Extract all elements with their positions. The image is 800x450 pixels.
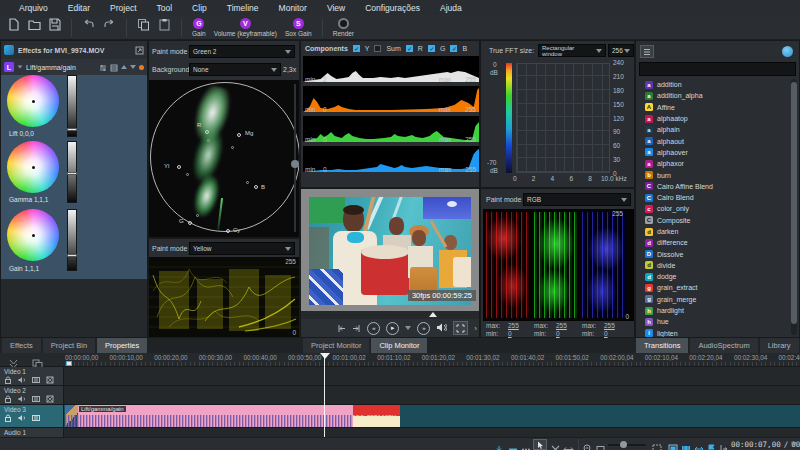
lift-color-wheel[interactable] xyxy=(7,75,59,127)
transition-list-item[interactable]: l lighten xyxy=(636,328,791,337)
snap-toggle-icon[interactable] xyxy=(719,440,728,450)
insert-mode-icon[interactable] xyxy=(508,440,518,450)
sox-gain-effect-button[interactable]: S Sox Gain xyxy=(281,17,316,38)
favorites-filter-icon[interactable] xyxy=(782,46,793,57)
forward-button[interactable]: » xyxy=(417,322,430,335)
razor-tool-button[interactable] xyxy=(551,440,560,450)
effects-enabled-icon[interactable] xyxy=(46,376,54,384)
save-icon[interactable] xyxy=(45,17,65,32)
transitions-scrollbar[interactable] xyxy=(791,79,797,335)
menu-item[interactable]: Ajuda xyxy=(431,3,471,13)
parade-paint-mode-select[interactable]: RGB xyxy=(523,193,631,206)
paste-icon[interactable] xyxy=(154,17,175,32)
audio-thumbnails-toggle-icon[interactable] xyxy=(694,440,704,450)
tab-clip-monitor[interactable]: Clip Monitor xyxy=(371,338,427,353)
playhead-handle[interactable] xyxy=(320,353,330,359)
zone-frame-button[interactable] xyxy=(453,321,468,335)
effect-menu-icon[interactable] xyxy=(110,58,118,76)
transition-list-item[interactable]: g grain_extract xyxy=(636,282,791,293)
menu-item[interactable]: Clip xyxy=(183,3,216,13)
monitor-playhead-marker[interactable] xyxy=(429,312,437,317)
transition-list-item[interactable]: a addition_alpha xyxy=(636,90,791,101)
timeline-ruler[interactable]: 00:00:00,0000:00:10,0000:00:20,0000:00:3… xyxy=(0,353,800,367)
zone-marker[interactable] xyxy=(66,361,72,366)
effects-enabled-icon[interactable] xyxy=(46,395,54,403)
video-thumbnails-icon[interactable] xyxy=(32,395,40,403)
track-video1[interactable]: Video 1 xyxy=(0,367,800,386)
menu-item[interactable]: Tool xyxy=(148,3,182,13)
transition-list-item[interactable]: C Cairo Blend xyxy=(636,192,791,203)
transition-list-item[interactable]: a alphaatop xyxy=(636,113,791,124)
open-icon[interactable] xyxy=(24,17,45,32)
gain-color-wheel[interactable] xyxy=(7,209,59,261)
playback-menu-chevron[interactable] xyxy=(405,326,411,330)
vectorscope-zoom-slider[interactable] xyxy=(294,84,296,232)
video-thumbnails-icon[interactable] xyxy=(32,414,40,422)
track-video3[interactable]: Video 3 Lift/gamma/gain MVI_9974.MOV xyxy=(0,405,800,428)
transition-list-item[interactable]: d difference xyxy=(636,237,791,248)
timeline-zoom-slider[interactable] xyxy=(608,444,646,447)
mute-button[interactable] xyxy=(436,319,447,337)
transition-list-item[interactable]: a alphaover xyxy=(636,147,791,158)
transition-list-item[interactable]: c color_only xyxy=(636,203,791,214)
histogram-y-checkbox[interactable] xyxy=(353,45,360,52)
vectorscope-background-select[interactable]: None xyxy=(189,63,281,76)
mute-track-icon[interactable] xyxy=(18,414,26,422)
menu-item[interactable]: Arquivo xyxy=(10,3,57,13)
tab-audiospectrum[interactable]: AudioSpectrum xyxy=(690,338,757,353)
transition-list-item[interactable]: A Affine xyxy=(636,102,791,113)
zoom-full-icon[interactable] xyxy=(652,440,662,450)
track-audio1[interactable]: Audio 1 xyxy=(0,428,800,437)
mute-track-icon[interactable] xyxy=(18,376,26,384)
tab-effects[interactable]: Effects xyxy=(2,338,41,353)
transition-list-item[interactable]: h hardlight xyxy=(636,305,791,316)
tab-project-bin[interactable]: Project Bin xyxy=(43,338,95,353)
transition-list-item[interactable]: C Composite xyxy=(636,215,791,226)
render-button[interactable]: Render xyxy=(329,17,358,38)
zoom-fit-icon[interactable] xyxy=(596,440,605,450)
histogram-r-checkbox[interactable] xyxy=(406,45,413,52)
fft-window-select[interactable]: Rectangular window xyxy=(538,44,606,57)
transition-list-item[interactable]: d darken xyxy=(636,226,791,237)
tab-properties[interactable]: Properties xyxy=(97,338,147,353)
menu-item[interactable]: Project xyxy=(101,3,145,13)
video-thumbnails-toggle-icon[interactable] xyxy=(681,440,691,450)
play-button[interactable]: ▸ xyxy=(386,322,399,335)
transition-list-item[interactable]: a alphaout xyxy=(636,135,791,146)
track-video2[interactable]: Video 2 xyxy=(0,386,800,405)
presets-icon[interactable] xyxy=(99,58,107,76)
select-tool-button[interactable] xyxy=(533,439,547,450)
fft-size-select[interactable]: 256 xyxy=(608,44,634,57)
spacer-tool-button[interactable] xyxy=(563,440,574,450)
transition-list-item[interactable]: a alphaxor xyxy=(636,158,791,169)
timeline-clip[interactable]: Lift/gamma/gain MVI_9974.MOV xyxy=(65,405,400,427)
menu-item[interactable]: Timeline xyxy=(218,3,268,13)
more-button[interactable]: › xyxy=(474,324,477,333)
histogram-g-checkbox[interactable] xyxy=(428,45,435,52)
gamma-color-wheel[interactable] xyxy=(7,141,59,193)
disable-effect-icon[interactable] xyxy=(139,65,144,70)
scrollbar-thumb[interactable] xyxy=(791,82,797,324)
move-down-icon[interactable] xyxy=(130,65,136,69)
volume-effect-button[interactable]: V Volume (keyframable) xyxy=(210,17,281,38)
transition-list-item[interactable]: a addition xyxy=(636,79,791,90)
overflow-menu-icon[interactable] xyxy=(521,440,531,450)
move-up-icon[interactable] xyxy=(121,65,127,69)
effect-header-row[interactable]: L Lift/gamma/gain xyxy=(1,59,147,75)
monitor-viewport[interactable]: 30fps 00:00:59:25 xyxy=(301,189,479,311)
statusbar-chevron-icon[interactable] xyxy=(791,442,797,446)
zoom-slider-handle[interactable] xyxy=(620,441,627,448)
collapse-chevron-icon[interactable] xyxy=(18,65,23,68)
transition-list-item[interactable]: g grain_merge xyxy=(636,294,791,305)
waveform-paint-mode-select[interactable]: Yellow xyxy=(189,242,295,255)
transition-list-item[interactable]: b burn xyxy=(636,169,791,180)
transition-list-item[interactable]: h hue xyxy=(636,316,791,327)
new-document-icon[interactable] xyxy=(4,17,24,32)
lock-icon[interactable] xyxy=(4,414,12,422)
transition-list-item[interactable]: C Cairo Affine Blend xyxy=(636,181,791,192)
undo-icon[interactable] xyxy=(78,17,99,32)
transitions-search-input[interactable] xyxy=(639,62,796,76)
tab-project-monitor[interactable]: Project Monitor xyxy=(303,338,369,353)
markers-toggle-icon[interactable] xyxy=(707,440,716,450)
transition-list-item[interactable]: d divide xyxy=(636,260,791,271)
